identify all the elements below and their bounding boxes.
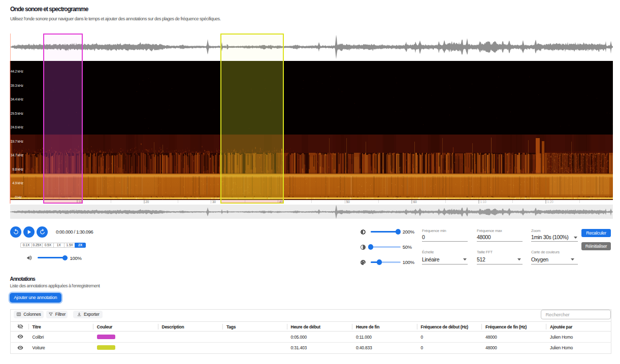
svg-text:kHz: kHz xyxy=(18,140,24,143)
svg-text:0: 0 xyxy=(15,195,17,199)
svg-text:kHz: kHz xyxy=(18,70,24,73)
svg-text:kHz: kHz xyxy=(18,168,24,171)
svg-text:kHz: kHz xyxy=(18,181,24,185)
svg-text:44.2: 44.2 xyxy=(11,70,17,73)
svg-text:9.8: 9.8 xyxy=(12,168,17,171)
svg-text:24.6: 24.6 xyxy=(11,125,17,129)
svg-text:kHz: kHz xyxy=(18,112,24,115)
svg-text:19.7: 19.7 xyxy=(11,140,17,143)
svg-text:kHz: kHz xyxy=(18,153,24,157)
svg-text:kHz: kHz xyxy=(18,97,24,101)
svg-text:39.3: 39.3 xyxy=(11,84,17,87)
svg-text:Hz: Hz xyxy=(18,195,22,199)
svg-text:kHz: kHz xyxy=(18,125,24,129)
svg-text:14.7: 14.7 xyxy=(11,153,17,157)
svg-text:34.4: 34.4 xyxy=(11,97,17,101)
svg-text:29.5: 29.5 xyxy=(11,112,17,115)
svg-text:kHz: kHz xyxy=(18,84,24,87)
svg-text:4.9: 4.9 xyxy=(12,181,17,185)
